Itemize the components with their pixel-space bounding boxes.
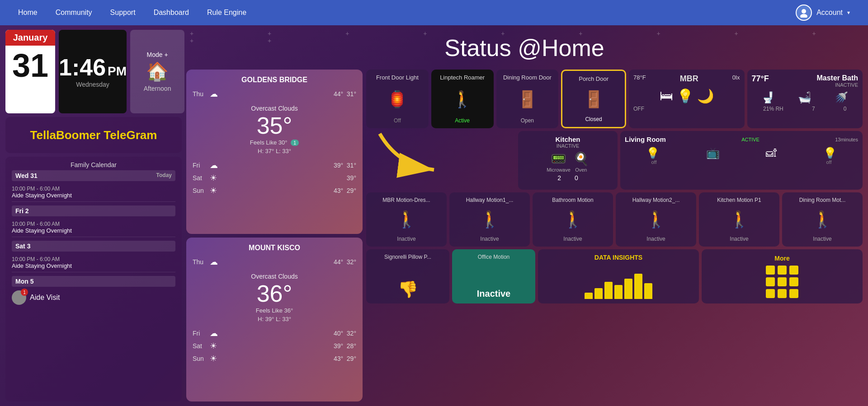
more-grid (766, 266, 798, 298)
calendar-date: January 31 (5, 30, 55, 113)
device-title: Dining Room Door (503, 74, 552, 81)
mbr-title: MBR (680, 74, 698, 84)
microwave-item: 📟 Microwave (547, 151, 571, 173)
nav-home[interactable]: Home (18, 9, 38, 17)
clock-ampm: PM (108, 64, 127, 79)
calendar-month: January (5, 30, 55, 46)
di-bar (604, 282, 613, 299)
device-title: Porch Door (579, 75, 609, 82)
di-bar (634, 274, 642, 299)
device-bathroom-motion[interactable]: Bathroom Motion 🚶 Inactive (533, 192, 613, 247)
device-status: Closed (585, 116, 602, 122)
lr-icons: 💡 📺 🛋 💡 (625, 147, 858, 159)
pillow-icon: 👎 (398, 280, 418, 299)
device-grid: Front Door Light 🏮 Off Linptech Roamer 🚶… (366, 70, 863, 401)
motion-title: Hallway Motion1_... (466, 197, 514, 203)
mode-icon: 🏠 (146, 61, 169, 82)
device-hallway-motion2[interactable]: Hallway Motion2_... 🚶 Inactive (616, 192, 696, 247)
lr-time: 13minutes (835, 137, 858, 142)
device-signorelli-pillow[interactable]: Signorelli Pillow P... 👎 (366, 249, 449, 303)
device-linptech-roamer[interactable]: Linptech Roamer 🚶 Active (431, 70, 494, 128)
more-dot (789, 289, 798, 298)
fc-date-mon-label: Mon 5 (15, 278, 33, 285)
floor-lamp-icon: 💡 (646, 147, 660, 159)
shower-icon: 🚿 (835, 91, 848, 104)
status-header: Status @Home (186, 30, 863, 66)
device-row-2: Kitchen INACTIVE 📟 Microwave 🍳 Oven (366, 131, 863, 190)
device-mbr-motion[interactable]: MBR Motion-Dres... 🚶 Inactive (366, 192, 447, 247)
weather-forecast-sun-1: Sun ☀ 43° 29° (193, 352, 356, 365)
weather-card-kisco: MOUNT KISCO Thu ☁ 44° 32° Overcast Cloud… (186, 238, 363, 402)
weather-desc-1: Overcast Clouds (193, 273, 356, 280)
motion-title: Dining Room Mot... (799, 197, 846, 203)
lr-labels: off off (625, 159, 858, 165)
fc-date-sat-label: Sat 3 (15, 243, 30, 250)
device-office-motion[interactable]: Office Motion Inactive (452, 249, 535, 303)
left-column: January 31 1:46 PM Wednesday Mode + 🏠 Af… (5, 30, 182, 401)
mbath-stats: 21% RH 7 0 (752, 106, 859, 112)
device-dining-room-door[interactable]: Dining Room Door 🚪 Open (496, 70, 559, 128)
fc-title: Family Calendar (12, 161, 175, 168)
clock-widget: 1:46 PM Wednesday (59, 30, 127, 113)
device-more[interactable]: More (702, 249, 863, 303)
mode-widget: Mode + 🏠 Afternoon (130, 30, 184, 113)
clock-day: Wednesday (76, 81, 109, 88)
fc-avatar-row: 1 Aide Visit (12, 290, 175, 305)
more-dot (789, 277, 798, 286)
toilet-icon: 🚽 (761, 91, 775, 104)
fc-event-aide: Aide Visit (30, 294, 60, 302)
oven-icon: 🍳 (573, 151, 589, 166)
device-dining-room-mot[interactable]: Dining Room Mot... 🚶 Inactive (782, 192, 863, 247)
plus-icon: + (165, 51, 168, 58)
nav-community[interactable]: Community (56, 9, 92, 17)
office-motion-title: Office Motion (478, 254, 509, 260)
device-master-bath[interactable]: 77°F Master Bath INACTIVE 🚽 🛁 🚿 (747, 70, 863, 128)
clock-time: 1:46 (59, 56, 106, 79)
chevron-down-icon: ▾ (847, 9, 850, 16)
weather-hl-1: H: 39° L: 33° (193, 316, 356, 322)
di-bars (542, 265, 694, 299)
device-front-door-light[interactable]: Front Door Light 🏮 Off (366, 70, 429, 128)
mbath-icons: 🚽 🛁 🚿 (752, 91, 859, 104)
motion-row: MBR Motion-Dres... 🚶 Inactive Hallway Mo… (366, 192, 863, 247)
lr-title: Living Room (625, 135, 666, 143)
nav-dashboard[interactable]: Dashboard (154, 9, 189, 17)
more-dot (766, 266, 775, 275)
right-area: Status @Home GOLDENS BRIDGE Thu ☁ 44° 31… (186, 30, 863, 401)
device-mbr[interactable]: 78°F MBR 0lx 🛏 💡 🌙 OFF (629, 70, 745, 128)
motion-title: Kitchen Motion P1 (717, 197, 761, 203)
device-data-insights[interactable]: DATA INSIGHTS (538, 249, 699, 303)
nav-right: Account ▾ (796, 5, 850, 21)
motion-icon: 🚶 (563, 210, 583, 229)
weather-forecast-thu-1: Thu ☁ 44° 32° (193, 256, 356, 268)
avatar (796, 5, 812, 21)
motion-title: Bathroom Motion (552, 197, 593, 203)
fc-event-2: 10:00 PM - 6:00 AM Aide Staying Overnigh… (12, 253, 175, 272)
fc-date-sat: Sat 3 (12, 241, 175, 252)
di-bar (585, 293, 593, 299)
device-porch-door[interactable]: Porch Door 🚪 Closed (561, 70, 626, 128)
oven-label: Oven (575, 167, 587, 173)
motion-status: Inactive (480, 236, 499, 242)
device-kitchen[interactable]: Kitchen INACTIVE 📟 Microwave 🍳 Oven (518, 131, 618, 190)
device-hallway-motion1[interactable]: Hallway Motion1_... 🚶 Inactive (449, 192, 530, 247)
svg-point-0 (802, 9, 806, 14)
bed-icon: 🛏 (660, 88, 673, 104)
mbath-header: 77°F Master Bath INACTIVE (752, 74, 859, 88)
motion-status: Inactive (730, 236, 748, 242)
device-row-bottom: Signorelli Pillow P... 👎 Office Motion I… (366, 249, 863, 303)
more-title: More (774, 255, 789, 262)
nav-support[interactable]: Support (110, 9, 136, 17)
di-bar (614, 285, 623, 299)
more-dot (766, 289, 775, 298)
nav-rule-engine[interactable]: Rule Engine (207, 9, 246, 17)
weather-forecast-sun-0: Sun ☀ 43° 29° (193, 184, 356, 197)
fc-today: Today (156, 172, 172, 179)
account-label[interactable]: Account (816, 9, 843, 17)
device-icon: 🚪 (584, 90, 604, 109)
mbr-bottom: OFF (633, 106, 740, 112)
device-kitchen-motion[interactable]: Kitchen Motion P1 🚶 Inactive (699, 192, 779, 247)
device-living-room[interactable]: Living Room ACTIVE 13minutes 💡 📺 🛋 💡 off (620, 131, 863, 190)
fc-date-fri: Fri 2 (12, 205, 175, 216)
device-title: Front Door Light (376, 74, 419, 81)
